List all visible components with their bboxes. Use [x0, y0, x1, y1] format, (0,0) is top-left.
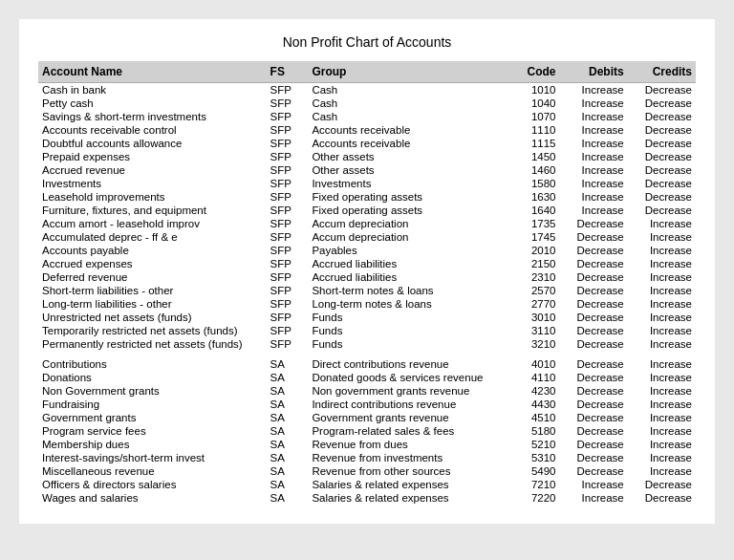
- cell-group: Accounts receivable: [308, 137, 512, 150]
- cell-debits: Decrease: [559, 384, 627, 398]
- table-row: Petty cashSFPCash1040IncreaseDecrease: [38, 97, 696, 110]
- table-row: Savings & short-term investmentsSFPCash1…: [38, 110, 696, 123]
- cell-credits: Increase: [628, 230, 696, 244]
- cell-debits: Decrease: [559, 270, 627, 284]
- cell-debits: Decrease: [559, 411, 627, 424]
- table-row: Accounts receivable controlSFPAccounts r…: [38, 123, 696, 137]
- table-row: Interest-savings/short-term investSAReve…: [38, 451, 696, 464]
- cell-fs: SFP: [267, 311, 309, 324]
- cell-debits: Increase: [559, 83, 627, 97]
- cell-code: 1110: [512, 123, 559, 137]
- cell-group: Other assets: [308, 163, 512, 177]
- cell-credits: Decrease: [628, 97, 696, 110]
- cell-fs: SFP: [267, 150, 309, 163]
- cell-code: 1070: [512, 110, 559, 123]
- accounts-table: Account Name FS Group Code Debits Credit…: [38, 61, 696, 505]
- table-row: Leasehold improvementsSFPFixed operating…: [38, 190, 696, 204]
- cell-group: Funds: [308, 324, 512, 337]
- cell-group: Accum depreciation: [308, 230, 512, 244]
- table-row: Government grantsSAGovernment grants rev…: [38, 411, 696, 424]
- cell-debits: Decrease: [559, 351, 627, 371]
- cell-fs: SFP: [267, 83, 309, 97]
- cell-debits: Decrease: [559, 311, 627, 324]
- table-row: Program service feesSAProgram-related sa…: [38, 424, 696, 438]
- cell-credits: Decrease: [628, 163, 696, 177]
- cell-group: Salaries & related expenses: [308, 478, 512, 491]
- cell-fs: SA: [267, 478, 309, 491]
- table-row: InvestmentsSFPInvestments1580IncreaseDec…: [38, 177, 696, 190]
- cell-code: 3010: [512, 311, 559, 324]
- cell-account: Government grants: [38, 411, 267, 424]
- cell-fs: SFP: [267, 337, 309, 351]
- cell-group: Accounts receivable: [308, 123, 512, 137]
- cell-debits: Increase: [559, 204, 627, 217]
- cell-code: 2310: [512, 270, 559, 284]
- cell-fs: SFP: [267, 204, 309, 217]
- cell-credits: Decrease: [628, 137, 696, 150]
- cell-group: Accrued liabilities: [308, 270, 512, 284]
- page-title: Non Profit Chart of Accounts: [38, 34, 696, 50]
- cell-account: Accum amort - leasehold improv: [38, 217, 267, 230]
- cell-credits: Decrease: [628, 491, 696, 505]
- cell-account: Accrued revenue: [38, 163, 267, 177]
- cell-group: Salaries & related expenses: [308, 491, 512, 505]
- cell-account: Doubtful accounts allowance: [38, 137, 267, 150]
- cell-fs: SFP: [267, 284, 309, 297]
- cell-code: 5490: [512, 464, 559, 478]
- cell-account: Unrestricted net assets (funds): [38, 311, 267, 324]
- cell-credits: Decrease: [628, 177, 696, 190]
- table-row: Accrued revenueSFPOther assets1460Increa…: [38, 163, 696, 177]
- cell-fs: SFP: [267, 230, 309, 244]
- cell-credits: Decrease: [628, 190, 696, 204]
- cell-fs: SFP: [267, 324, 309, 337]
- cell-group: Cash: [308, 97, 512, 110]
- cell-code: 7220: [512, 491, 559, 505]
- cell-fs: SA: [267, 398, 309, 411]
- cell-fs: SFP: [267, 123, 309, 137]
- cell-account: Deferred revenue: [38, 270, 267, 284]
- cell-code: 4230: [512, 384, 559, 398]
- cell-code: 1640: [512, 204, 559, 217]
- cell-group: Funds: [308, 337, 512, 351]
- cell-group: Accrued liabilities: [308, 257, 512, 270]
- cell-account: Short-term liabilities - other: [38, 284, 267, 297]
- cell-debits: Decrease: [559, 324, 627, 337]
- cell-fs: SFP: [267, 97, 309, 110]
- cell-account: Cash in bank: [38, 83, 267, 97]
- table-row: Temporarily restricted net assets (funds…: [38, 324, 696, 337]
- cell-code: 1630: [512, 190, 559, 204]
- cell-code: 5310: [512, 451, 559, 464]
- cell-credits: Increase: [628, 398, 696, 411]
- cell-credits: Increase: [628, 411, 696, 424]
- cell-debits: Decrease: [559, 230, 627, 244]
- cell-code: 5180: [512, 424, 559, 438]
- cell-debits: Increase: [559, 190, 627, 204]
- cell-account: Petty cash: [38, 97, 267, 110]
- cell-code: 1040: [512, 97, 559, 110]
- table-row: Short-term liabilities - otherSFPShort-t…: [38, 284, 696, 297]
- table-row: Long-term liabilities - otherSFPLong-ter…: [38, 297, 696, 311]
- header-code: Code: [512, 61, 559, 83]
- cell-credits: Decrease: [628, 478, 696, 491]
- cell-code: 3210: [512, 337, 559, 351]
- cell-account: Leasehold improvements: [38, 190, 267, 204]
- cell-account: Program service fees: [38, 424, 267, 438]
- cell-credits: Increase: [628, 451, 696, 464]
- cell-debits: Decrease: [559, 398, 627, 411]
- cell-debits: Increase: [559, 478, 627, 491]
- cell-group: Non government grants revenue: [308, 384, 512, 398]
- cell-account: Permanently restricted net assets (funds…: [38, 337, 267, 351]
- cell-fs: SA: [267, 351, 309, 371]
- table-row: Prepaid expensesSFPOther assets1450Incre…: [38, 150, 696, 163]
- table-row: Doubtful accounts allowanceSFPAccounts r…: [38, 137, 696, 150]
- cell-fs: SA: [267, 491, 309, 505]
- cell-debits: Increase: [559, 150, 627, 163]
- header-fs: FS: [267, 61, 309, 83]
- cell-group: Other assets: [308, 150, 512, 163]
- table-row: Unrestricted net assets (funds)SFPFunds3…: [38, 311, 696, 324]
- cell-account: Donations: [38, 371, 267, 384]
- cell-debits: Decrease: [559, 244, 627, 257]
- cell-group: Long-term notes & loans: [308, 297, 512, 311]
- cell-credits: Decrease: [628, 204, 696, 217]
- table-header-row: Account Name FS Group Code Debits Credit…: [38, 61, 696, 83]
